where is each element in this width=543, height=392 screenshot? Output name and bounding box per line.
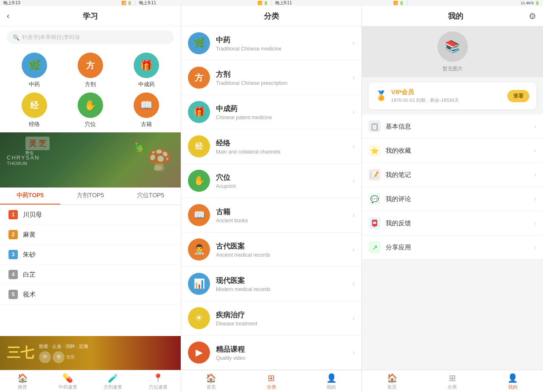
xuewei-icon: ✋	[78, 92, 103, 118]
bottom-nav2: 🏠 首页 ⊞ 分类 👤 我的	[181, 370, 361, 392]
cat-icon-jingluo: 经	[188, 135, 210, 157]
rank-item-2[interactable]: 2 麻黄	[0, 225, 181, 245]
cat-name-xuewei: 穴位	[216, 173, 353, 182]
menu-biji[interactable]: 📝 我的笔记 ›	[362, 163, 543, 187]
cat-sub-fangji: Traditional Chinese prescription	[216, 80, 353, 86]
arrow-fangji: ›	[353, 74, 355, 81]
rank-item-1[interactable]: 1 川贝母	[0, 205, 181, 225]
banner-en: CHRYSAN	[7, 154, 39, 161]
arrow-xuewei: ›	[353, 177, 355, 185]
biji-icon: 📝	[369, 169, 381, 181]
arrow-fankui: ›	[534, 220, 536, 227]
panel1-title: 学习	[83, 11, 98, 21]
network-icon1: 📶	[121, 1, 126, 5]
bnav1-label-zhongyao: 中药速查	[59, 384, 77, 390]
cat-zhongyao[interactable]: 🌿 中药 Traditional Chinese medicine ›	[181, 26, 361, 61]
arrow-zhongyao: ›	[353, 39, 355, 47]
bnav1-zhongyao[interactable]: 💊 中药速查	[45, 370, 91, 392]
menu-fankui[interactable]: 📮 我的反馈 ›	[362, 211, 543, 235]
cat-fangji[interactable]: 方 方剂 Traditional Chinese prescription ›	[181, 61, 361, 95]
pinglun-icon: 💬	[369, 193, 381, 205]
vip-button[interactable]: 查看	[507, 90, 529, 102]
icon-fangji[interactable]: 方 方剂	[64, 53, 116, 88]
home-icon3: 🏠	[387, 373, 397, 383]
cat-name-fangji: 方剂	[216, 70, 353, 79]
share-icon: ↗	[369, 241, 381, 253]
zhongyao-label: 中药	[29, 81, 40, 88]
banner2-title: 三七	[7, 344, 34, 362]
arrow-gudai-yian: ›	[353, 246, 355, 253]
panel3-title: 我的	[382, 11, 529, 21]
bnav2-mine[interactable]: 👤 我的	[301, 370, 361, 392]
cat-name-jingluo: 经络	[216, 138, 353, 148]
arrow-share: ›	[534, 244, 536, 251]
cat-name-jibing-zhiliao: 疾病治疗	[216, 310, 353, 320]
bnav1-label-xuewei: 穴位速查	[149, 384, 168, 390]
rank-item-3[interactable]: 3 朱砂	[0, 245, 181, 265]
bnav2-category[interactable]: ⊞ 分类	[241, 370, 302, 392]
fangji-label: 方剂	[85, 81, 96, 88]
bnav3-category[interactable]: ⊞ 分类	[422, 370, 482, 392]
mine-icon2: 👤	[326, 373, 337, 383]
cat-zhongchengyao[interactable]: 🎁 中成药 Chinese patent medicine ›	[181, 95, 361, 129]
cat-icon-fangji: 方	[188, 67, 210, 89]
rank-badge-3: 3	[8, 250, 18, 259]
icon-xuewei[interactable]: ✋ 穴位	[64, 92, 116, 128]
rank-item-5[interactable]: 5 莪术	[0, 285, 181, 305]
settings-button[interactable]: ⚙	[529, 11, 536, 21]
menu-jibenxinxi[interactable]: 📋 基本信息 ›	[362, 115, 543, 139]
tab-zhongyao[interactable]: 中药TOP5	[0, 188, 60, 204]
jingluo-icon: 经	[22, 92, 47, 118]
cat-sub-guji: Ancient books	[216, 218, 353, 224]
fankui-icon: 📮	[369, 217, 381, 229]
cat-guji[interactable]: 📖 古籍 Ancient books ›	[181, 198, 361, 232]
menu-pinglun[interactable]: 💬 我的评论 ›	[362, 187, 543, 211]
bnav3-mine[interactable]: 👤 我的	[483, 370, 543, 392]
banner2: 三七 散瘀 · 止血 · 消肿 · 定痛 中 华 智慧	[0, 336, 181, 370]
banner2-icon2: 华	[53, 351, 64, 363]
icon-zhongchengyao[interactable]: 🎁 中成药	[120, 53, 172, 88]
battery-icon2: 🔋	[263, 1, 268, 5]
cat-sub-zhongyao: Traditional Chinese medicine	[216, 46, 353, 52]
banner-bird-icon: 🦜	[134, 141, 147, 153]
back-button[interactable]: ‹	[7, 11, 9, 20]
tab-fangji[interactable]: 方剂TOP5	[60, 188, 120, 204]
banner2-sub: 智慧	[66, 354, 75, 360]
bnav3-category-label: 分类	[448, 384, 457, 390]
cat-icon-xuewei: ✋	[188, 170, 210, 192]
icon-zhongyao[interactable]: 🌿 中药	[8, 53, 60, 88]
arrow-jingluo: ›	[353, 143, 355, 150]
zhongyao-nav-icon: 💊	[62, 373, 73, 383]
battery-icon4: 🔋	[535, 1, 540, 5]
search-bar[interactable]: 🔍 针灸学|本草纲目|李时珍	[7, 31, 174, 44]
icon-guji[interactable]: 📖 古籍	[120, 92, 172, 128]
icon-jingluo[interactable]: 经 经络	[8, 92, 60, 128]
cat-jingluo[interactable]: 经 经络 Main and collateral channels ›	[181, 129, 361, 164]
menu-shoucang[interactable]: ⭐ 我的收藏 ›	[362, 139, 543, 163]
banner-title-area: 灵 芝 野生	[25, 137, 50, 156]
bnav3-home[interactable]: 🏠 首页	[362, 370, 422, 392]
bnav1-recommend[interactable]: 🏠 推荐	[0, 370, 45, 392]
tab-xuewei[interactable]: 穴位TOP5	[120, 188, 181, 204]
cat-name-xiandai-yian: 现代医案	[216, 276, 353, 286]
cat-xiandai-yian[interactable]: 📊 现代医案 Modern medical records ›	[181, 267, 361, 301]
rank-item-4[interactable]: 4 白芷	[0, 265, 181, 285]
zhongchengyao-label: 中成药	[138, 81, 155, 88]
banner-plant-icon: 🍄	[147, 148, 172, 172]
banner-en2: THEMUM	[7, 161, 39, 166]
cat-gudai-yian[interactable]: 👨‍⚕️ 古代医案 Ancient medical records ›	[181, 232, 361, 267]
vip-title: VIP会员	[391, 88, 507, 96]
search-placeholder: 针灸学|本草纲目|李时珍	[22, 34, 80, 41]
bnav2-home[interactable]: 🏠 首页	[181, 370, 241, 392]
cat-jibing-zhiliao[interactable]: ☀ 疾病治疗 Disease treatment ›	[181, 301, 361, 336]
bnav1-label-fangji: 方剂速查	[104, 384, 122, 390]
vip-icon: 🏅	[375, 90, 387, 101]
menu-share[interactable]: ↗ 分享应用 ›	[362, 235, 543, 260]
bnav1-label-recommend: 推荐	[18, 384, 27, 390]
bnav1-fangji[interactable]: 🧪 方剂速查	[90, 370, 136, 392]
menu-name-fankui: 我的反馈	[386, 219, 534, 227]
cat-xuewei[interactable]: ✋ 穴位 Acupoint ›	[181, 164, 361, 198]
cat-icon-xiandai-yian: 📊	[188, 273, 210, 295]
bnav1-xuewei[interactable]: 📍 穴位速查	[136, 370, 181, 392]
cat-jingpin-kecheng[interactable]: ▶ 精品课程 Quality video ›	[181, 336, 361, 370]
